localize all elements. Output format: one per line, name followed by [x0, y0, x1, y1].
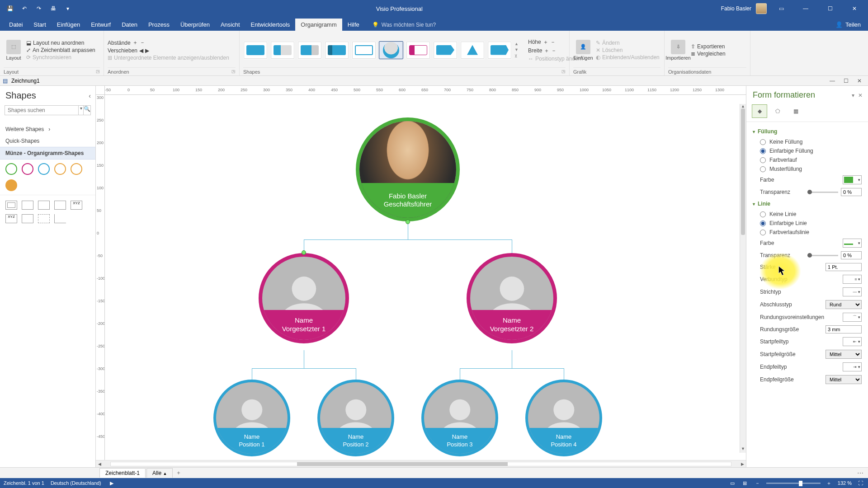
tab-view[interactable]: Ansicht: [215, 19, 245, 31]
tab-process[interactable]: Prozess: [143, 19, 175, 31]
fill-section-header[interactable]: Füllung: [753, 126, 862, 137]
doc-minimize-button[interactable]: —: [826, 78, 838, 84]
fill-transparency-input[interactable]: [841, 188, 862, 196]
horizontal-ruler[interactable]: -500501001502002503003504004505005506006…: [105, 86, 746, 95]
org-node-manager[interactable]: Name Vorgesetzter 1: [259, 253, 349, 343]
shapes-search-input[interactable]: [5, 105, 79, 115]
tab-help[interactable]: Hilfe: [342, 19, 365, 31]
org-node-staff[interactable]: NamePosition 1: [213, 380, 290, 456]
undo-button[interactable]: ↶: [18, 2, 31, 15]
all-pages-tab[interactable]: Alle ▲: [146, 468, 173, 478]
round-size-input[interactable]: [826, 325, 862, 333]
qat-dropdown[interactable]: ▾: [61, 2, 74, 15]
macro-recorder-icon[interactable]: ▶: [108, 480, 116, 486]
page-tab[interactable]: Zeichenblatt-1: [99, 468, 146, 478]
tab-data[interactable]: Daten: [116, 19, 143, 31]
stencil-layout-6[interactable]: XYZ: [5, 214, 17, 223]
dash-type-picker[interactable]: — ▾: [843, 287, 862, 296]
org-node-root[interactable]: Fabio Basler Geschäftsführer: [356, 117, 460, 221]
fill-color-picker[interactable]: ▾: [843, 175, 862, 184]
connector[interactable]: [304, 350, 304, 368]
vertical-ruler[interactable]: 300250200150100500-50-100-150-200-250-30…: [96, 95, 105, 460]
connector[interactable]: [564, 368, 564, 380]
shape-style-10[interactable]: [487, 41, 512, 59]
compound-type-picker[interactable]: ≡ ▾: [843, 275, 862, 284]
document-title[interactable]: Zeichnung1: [11, 78, 40, 84]
redo-button[interactable]: ↷: [33, 2, 45, 15]
line-solid-radio[interactable]: Einfarbige Linie: [753, 219, 862, 228]
zoom-out-icon[interactable]: －: [754, 480, 762, 487]
share-button[interactable]: 👤 Teilen: [835, 21, 864, 31]
stencil-layout-2[interactable]: [22, 201, 33, 210]
shape-style-2[interactable]: [270, 41, 295, 59]
plus-icon[interactable]: ＋: [543, 38, 548, 46]
gallery-down-icon[interactable]: ▼: [514, 47, 522, 52]
relayout-button[interactable]: ⬓Layout neu anordnen: [26, 40, 95, 46]
stencil-shape-exec[interactable]: [5, 163, 17, 175]
close-button[interactable]: ✕: [844, 2, 864, 15]
minimize-button[interactable]: —: [796, 2, 816, 15]
scroll-down-icon[interactable]: ▼: [740, 446, 746, 453]
scrollbar-thumb[interactable]: [297, 462, 508, 466]
shapes-search[interactable]: ▾ 🔍: [5, 105, 91, 115]
horizontal-scrollbar[interactable]: ◀ ▶: [96, 460, 746, 467]
connector[interactable]: [304, 239, 512, 240]
shape-style-8[interactable]: [433, 41, 458, 59]
minus-icon[interactable]: －: [550, 38, 556, 46]
plus-icon[interactable]: ＋: [544, 47, 549, 55]
fill-gradient-radio[interactable]: Farbverlauf: [753, 155, 862, 164]
add-page-button[interactable]: ＋: [174, 469, 184, 477]
left-icon[interactable]: ◀: [139, 47, 143, 54]
fit-window-icon[interactable]: ⛶: [856, 480, 864, 486]
connector[interactable]: [460, 368, 460, 380]
shape-style-7[interactable]: [406, 41, 430, 59]
save-button[interactable]: 💾: [4, 2, 16, 15]
stencil-layout-4[interactable]: [54, 201, 66, 210]
compare-button[interactable]: ≣Vergleichen: [691, 51, 726, 57]
tab-review[interactable]: Überprüfen: [175, 19, 215, 31]
right-icon[interactable]: ▶: [145, 47, 149, 54]
fit-to-page-button[interactable]: ⤢An Zeichenblatt anpassen: [26, 47, 95, 53]
quick-print-button[interactable]: 🖶: [47, 2, 60, 15]
stencil-shape-mgr[interactable]: [22, 163, 33, 175]
fill-transparency-slider[interactable]: [807, 192, 838, 193]
fit-page-icon[interactable]: ⊞: [741, 480, 749, 486]
stencil-layout-9[interactable]: [54, 214, 66, 223]
maximize-button[interactable]: ☐: [820, 2, 840, 15]
signed-in-user[interactable]: Fabio Basler: [721, 5, 751, 12]
stencil-shape-6[interactable]: [5, 179, 17, 191]
tab-devtools[interactable]: Entwicklertools: [245, 19, 296, 31]
arrange-dialog-launcher[interactable]: ◳: [228, 69, 236, 75]
org-node-staff[interactable]: NamePosition 3: [421, 380, 498, 456]
doc-maximize-button[interactable]: ☐: [840, 78, 852, 84]
pane-close-icon[interactable]: ✕: [858, 92, 863, 99]
presence-indicator-icon[interactable]: ⋯: [857, 469, 868, 477]
minus-icon[interactable]: －: [551, 47, 557, 55]
shape-style-3[interactable]: [297, 41, 322, 59]
tab-file[interactable]: Datei: [4, 19, 28, 31]
shapes-dialog-launcher[interactable]: ◳: [558, 69, 566, 75]
connector[interactable]: [408, 221, 408, 239]
stencil-shape-5[interactable]: [71, 163, 82, 175]
insert-picture-button[interactable]: 👤 Einfügen: [573, 40, 593, 61]
ribbon-display-options-button[interactable]: ▭: [771, 2, 791, 15]
tab-orgchart[interactable]: Organigramm: [295, 19, 342, 31]
end-arrow-type-picker[interactable]: ⇥ ▾: [843, 362, 862, 371]
scroll-right-icon[interactable]: ▶: [739, 462, 746, 466]
stencil-layout-7[interactable]: [22, 214, 33, 223]
connector[interactable]: [252, 368, 356, 369]
search-icon[interactable]: 🔍: [84, 105, 91, 115]
tell-me-search[interactable]: 💡 Was möchten Sie tun?: [372, 22, 436, 31]
minus-icon[interactable]: －: [140, 39, 145, 47]
effects-tab-icon[interactable]: ⬠: [770, 104, 785, 118]
scroll-left-icon[interactable]: ◀: [96, 462, 103, 466]
zoom-slider[interactable]: [766, 483, 821, 484]
shape-style-1[interactable]: [243, 41, 268, 59]
shape-style-9[interactable]: [460, 41, 485, 59]
connector[interactable]: [252, 368, 252, 380]
presentation-mode-icon[interactable]: ▭: [728, 480, 736, 486]
tab-design[interactable]: Entwurf: [85, 19, 116, 31]
export-button[interactable]: ⇧Exportieren: [691, 43, 726, 50]
stencil-shape-4[interactable]: [54, 163, 66, 175]
stencil-layout-3[interactable]: [38, 201, 50, 210]
